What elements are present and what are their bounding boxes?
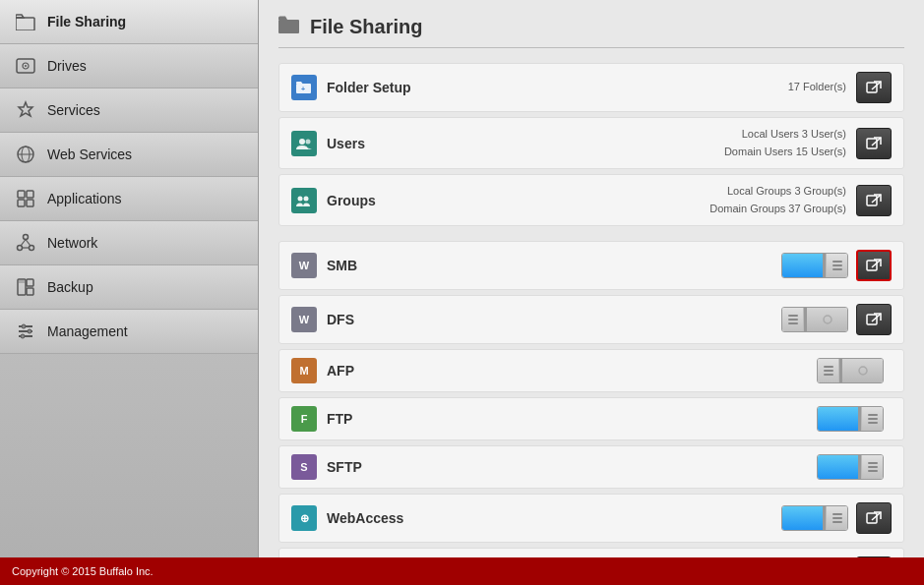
- smb-icon: W: [291, 253, 317, 278]
- webaccess-toggle[interactable]: [781, 505, 848, 531]
- svg-rect-8: [27, 191, 33, 198]
- svg-rect-18: [19, 280, 25, 283]
- sidebar-item-label: Network: [47, 235, 97, 251]
- dfs-toggle[interactable]: [781, 307, 848, 332]
- users-info: Local Users 3 User(s) Domain Users 15 Us…: [445, 126, 856, 160]
- svg-line-15: [26, 240, 31, 247]
- sidebar: File Sharing Drives Services: [0, 0, 259, 557]
- page-title-text: File Sharing: [310, 16, 422, 38]
- sidebar-item-management[interactable]: Management: [0, 310, 258, 354]
- folder-setup-extbtn[interactable]: [856, 72, 892, 103]
- sidebar-item-web-services[interactable]: Web Services: [0, 133, 258, 177]
- folder-setup-icon: +: [291, 75, 317, 100]
- webaccess-label: WebAccess: [327, 510, 445, 526]
- webaccess-icon: ⊕: [291, 505, 317, 531]
- row-dfs: W DFS: [278, 295, 904, 344]
- groups-extbtn[interactable]: [856, 185, 892, 216]
- toggle-handle: [861, 455, 883, 479]
- svg-rect-27: [278, 20, 299, 33]
- svg-point-37: [304, 196, 309, 201]
- sidebar-item-drives[interactable]: Drives: [0, 44, 258, 88]
- users-label: Users: [327, 136, 445, 151]
- svg-line-14: [21, 240, 26, 247]
- row-nfs: N NFS: [278, 548, 904, 557]
- users-icon: [291, 131, 317, 156]
- svg-point-26: [21, 334, 25, 338]
- folder-setup-label: Folder Setup: [327, 80, 445, 95]
- sidebar-item-label: Web Services: [47, 146, 132, 162]
- sidebar-item-services[interactable]: Services: [0, 88, 258, 133]
- management-icon: [14, 320, 37, 343]
- row-groups: Groups Local Groups 3 Group(s) Domain Gr…: [278, 174, 904, 226]
- toggle-handle: [861, 407, 883, 431]
- section-2: W SMB: [278, 241, 904, 557]
- sidebar-item-label: Drives: [47, 58, 87, 74]
- page-title-icon: [278, 15, 300, 39]
- webaccess-extbtn[interactable]: [856, 502, 892, 534]
- sidebar-item-label: File Sharing: [47, 14, 126, 29]
- row-webaccess: ⊕ WebAccess: [278, 494, 904, 543]
- backup-icon: [14, 275, 37, 299]
- footer-text: Copyright © 2015 Buffalo Inc.: [12, 565, 154, 577]
- afp-toggle[interactable]: [817, 358, 884, 383]
- toggle-off-part: [842, 359, 883, 382]
- row-users: Users Local Users 3 User(s) Domain Users…: [278, 117, 904, 169]
- main-content: File Sharing + Folder Setup 17 Folder(s): [259, 0, 924, 557]
- sidebar-item-label: Management: [47, 323, 128, 339]
- ftp-label: FTP: [327, 411, 445, 427]
- svg-rect-0: [16, 18, 34, 30]
- toggle-on-part: [818, 407, 858, 431]
- svg-point-32: [299, 139, 305, 145]
- toggle-handle: [818, 359, 839, 382]
- svg-rect-9: [18, 200, 25, 206]
- network-icon: [14, 231, 37, 255]
- dfs-label: DFS: [327, 312, 445, 327]
- ftp-icon: F: [291, 406, 317, 432]
- sftp-icon: S: [291, 454, 317, 480]
- svg-rect-43: [867, 315, 877, 324]
- web-services-icon: [14, 143, 37, 166]
- sftp-toggle[interactable]: [817, 454, 884, 480]
- smb-extbtn[interactable]: [856, 250, 892, 281]
- sidebar-item-backup[interactable]: Backup: [0, 265, 258, 310]
- folder-icon: [14, 10, 37, 33]
- sidebar-item-network[interactable]: Network: [0, 221, 258, 265]
- toggle-on-part: [782, 506, 823, 530]
- svg-point-3: [25, 65, 27, 67]
- smb-toggle[interactable]: [781, 253, 848, 278]
- svg-rect-38: [867, 196, 877, 205]
- row-folder-setup: + Folder Setup 17 Folder(s): [278, 63, 904, 112]
- sidebar-item-label: Backup: [47, 279, 93, 295]
- groups-info: Local Groups 3 Group(s) Domain Groups 37…: [445, 183, 856, 217]
- sidebar-item-label: Services: [47, 102, 100, 118]
- svg-point-12: [18, 246, 23, 251]
- svg-point-36: [298, 196, 303, 201]
- svg-rect-46: [867, 513, 877, 523]
- sftp-label: SFTP: [327, 459, 445, 475]
- svg-rect-20: [27, 288, 33, 295]
- svg-point-24: [22, 324, 26, 328]
- row-smb: W SMB: [278, 241, 904, 290]
- section-1: + Folder Setup 17 Folder(s): [278, 63, 904, 226]
- row-ftp: F FTP: [278, 397, 904, 440]
- toggle-handle: [782, 308, 804, 331]
- ftp-toggle[interactable]: [817, 406, 884, 432]
- footer: Copyright © 2015 Buffalo Inc.: [0, 557, 924, 585]
- toggle-off-part: [807, 308, 847, 331]
- sidebar-item-label: Applications: [47, 191, 122, 206]
- afp-label: AFP: [327, 363, 445, 379]
- svg-text:+: +: [301, 86, 305, 92]
- sidebar-item-applications[interactable]: Applications: [0, 177, 258, 221]
- svg-point-11: [24, 235, 29, 240]
- users-extbtn[interactable]: [856, 128, 892, 159]
- row-sftp: S SFTP: [278, 445, 904, 489]
- dfs-extbtn[interactable]: [856, 304, 892, 335]
- folder-setup-info: 17 Folder(s): [445, 79, 856, 96]
- sidebar-item-file-sharing[interactable]: File Sharing: [0, 0, 258, 44]
- svg-rect-10: [27, 200, 33, 206]
- toggle-on-part: [782, 254, 823, 277]
- svg-rect-19: [27, 279, 33, 286]
- svg-rect-40: [867, 261, 877, 270]
- svg-point-13: [30, 246, 34, 251]
- services-icon: [14, 98, 37, 122]
